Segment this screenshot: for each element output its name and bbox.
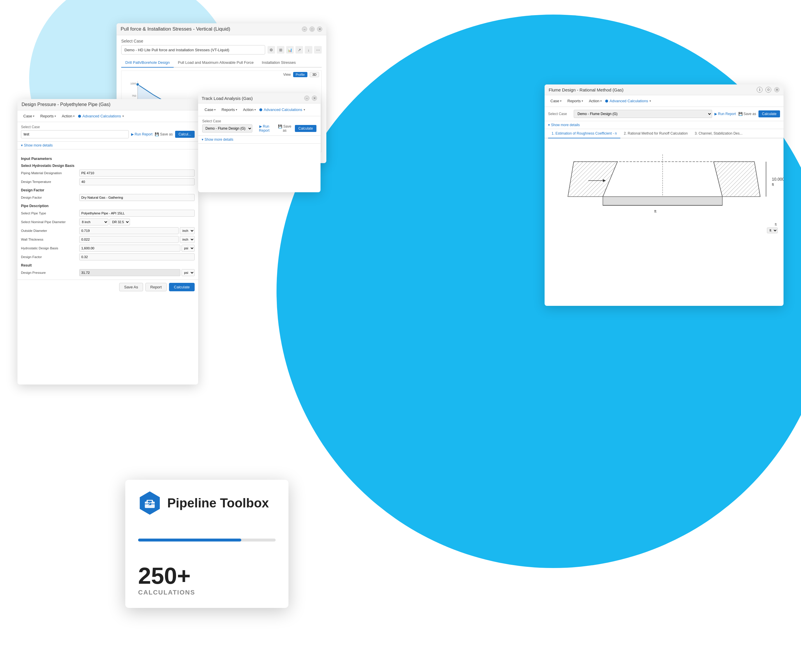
track-load-controls: – ✕	[304, 96, 317, 101]
track-run-button[interactable]: ▶ Run Report	[254, 124, 275, 133]
chart-icon[interactable]: 📊	[286, 46, 294, 54]
pipe-type-value[interactable]	[79, 210, 195, 217]
more-icon[interactable]: ⋯	[314, 46, 322, 54]
flume-close-button[interactable]: ✕	[774, 87, 779, 92]
param-row-df: Design Factor	[21, 194, 195, 201]
wt-unit[interactable]: inch	[180, 236, 195, 243]
wt-value[interactable]	[79, 236, 179, 243]
maximize-button[interactable]: □	[309, 27, 315, 32]
show-more-details[interactable]: ▾ Show more details	[18, 141, 198, 150]
nominal-select[interactable]: 8 inch	[79, 219, 108, 225]
reports-menu[interactable]: Reports ▾	[38, 113, 58, 119]
flume-titlebar: Flume Design - Rational Method (Gas) ℹ ⚙…	[545, 84, 783, 95]
svg-rect-22	[603, 197, 722, 205]
track-show-more[interactable]: ▾ Show more details	[198, 136, 320, 144]
flume-reports-menu[interactable]: Reports ▾	[565, 98, 585, 104]
case-menu[interactable]: Case ▾	[21, 113, 37, 119]
footer-save-as-button[interactable]: Save As	[119, 283, 143, 291]
flume-gear-icon[interactable]: ⚙	[766, 87, 771, 93]
select-case-row: ⚙ ⊞ 📊 ↗ ↓ ⋯	[121, 45, 322, 55]
df-value[interactable]	[79, 194, 195, 201]
wt-label: Wall Thickness	[21, 238, 79, 241]
flume-show-more[interactable]: ▾ Show more details	[545, 121, 783, 129]
flume-tab-3[interactable]: 3. Channel, Stabilization Des...	[691, 129, 746, 138]
hdb-value[interactable]	[79, 245, 180, 252]
flume-action-menu[interactable]: Action ▾	[587, 98, 604, 104]
profile-view-button[interactable]: Profile	[293, 72, 307, 77]
flume-title: Flume Design - Rational Method (Gas)	[548, 87, 624, 92]
input-params-title: Input Parameters	[21, 156, 195, 161]
param-row-pipe-type: Select Pipe Type	[21, 210, 195, 217]
dp-case-input[interactable]	[21, 130, 129, 138]
save-as-button[interactable]: 💾 Save as	[155, 132, 172, 136]
od-value[interactable]	[79, 227, 179, 234]
flume-save-button[interactable]: 💾 Save as	[738, 112, 756, 116]
temp-label: Design Temperature	[21, 180, 79, 183]
close-button[interactable]: ✕	[317, 27, 322, 32]
flume-tabs: 1. Estimation of Roughness Coefficient -…	[545, 129, 783, 138]
footer-calculate-button[interactable]: Calculate	[169, 283, 195, 291]
track-close-button[interactable]: ✕	[312, 96, 317, 101]
action-menu[interactable]: Action ▾	[60, 113, 77, 119]
tab-installation[interactable]: Installation Stresses	[258, 58, 300, 68]
download-icon[interactable]: ↓	[305, 46, 312, 54]
flume-window: Flume Design - Rational Method (Gas) ℹ ⚙…	[545, 84, 783, 306]
track-case-dropdown[interactable]: Demo - Flume Design (G)	[202, 124, 253, 133]
flume-calculate-button[interactable]: Calculate	[758, 110, 780, 117]
minimize-button[interactable]: –	[302, 27, 307, 32]
flume-info-icon[interactable]: ℹ	[757, 87, 762, 93]
chart-view-row: View Profile 3D	[122, 71, 322, 78]
expand-icon: ▾	[21, 143, 23, 147]
flume-run-button[interactable]: ▶ Run Report	[714, 112, 736, 116]
case-chevron: ▾	[33, 114, 34, 118]
settings-icon[interactable]: ⚙	[267, 46, 275, 54]
flume-tab-2[interactable]: 2. Rational Method for Runoff Calculatio…	[620, 129, 691, 138]
track-calculate-button[interactable]: Calculate	[295, 125, 317, 132]
flume-adv-calc[interactable]: Advanced Calculations ▾	[605, 99, 651, 103]
svg-text:750: 750	[132, 94, 136, 97]
flume-tab-1[interactable]: 1. Estimation of Roughness Coefficient -…	[548, 129, 620, 138]
result-unit[interactable]: psi	[182, 269, 195, 276]
select-case-dropdown[interactable]	[121, 45, 265, 55]
3d-view-button[interactable]: 3D	[310, 72, 319, 77]
material-label: Piping Material Designation	[21, 171, 79, 175]
svg-point-12	[136, 83, 139, 86]
toolbox-count: 250+	[138, 564, 276, 588]
design-pressure-window: Design Pressure - Polyethylene Pipe (Gas…	[18, 99, 198, 384]
track-action-menu[interactable]: Action▾	[241, 106, 258, 113]
temp-value[interactable]	[79, 178, 195, 185]
track-menu-bar: Case▾ Reports▾ Action▾ Advanced Calculat…	[198, 103, 320, 116]
track-reports-menu[interactable]: Reports▾	[219, 106, 240, 113]
od-unit[interactable]: inch	[180, 227, 195, 234]
reports-chevron: ▾	[55, 114, 56, 118]
param-row-nominal: Select Nominal Pipe Diameter 8 inch DR 3…	[21, 219, 195, 225]
track-case-menu[interactable]: Case▾	[202, 106, 218, 113]
flume-case-menu[interactable]: Case ▾	[548, 98, 564, 104]
result-value	[79, 269, 180, 276]
param-row-wt: Wall Thickness inch	[21, 236, 195, 243]
track-minimize-button[interactable]: –	[304, 96, 309, 101]
footer-report-button[interactable]: Report	[145, 283, 167, 291]
advanced-calc-menu[interactable]: Advanced Calculations ▾	[78, 114, 124, 118]
track-save-button[interactable]: 💾 Save as	[276, 124, 293, 133]
flume-diagram: 10.000 ft ft ft ft ft	[545, 138, 783, 237]
svg-text:1000: 1000	[130, 82, 136, 85]
track-adv-calc[interactable]: Advanced Calculations ▾	[259, 108, 305, 112]
toolbox-calc-label: CALCULATIONS	[138, 589, 276, 596]
flume-unit-dropdown[interactable]: ft	[767, 227, 778, 233]
result-title: Result	[21, 263, 195, 267]
tab-pull-load[interactable]: Pull Load and Maximum Allowable Pull For…	[174, 58, 257, 68]
run-report-button[interactable]: ▶ Run Report	[131, 132, 153, 136]
track-load-titlebar: Track Load Analysis (Gas) – ✕	[198, 93, 320, 103]
calculate-button[interactable]: Calcul...	[175, 131, 195, 138]
material-value[interactable]	[79, 170, 195, 177]
df2-value[interactable]	[79, 253, 195, 260]
export-icon[interactable]: ↗	[296, 46, 303, 54]
grid-icon[interactable]: ⊞	[277, 46, 285, 54]
hdb-unit[interactable]: psi	[182, 245, 195, 252]
tab-drill-path[interactable]: Drill Path/Borehole Design	[121, 58, 174, 68]
pipe-desc-title: Pipe Description	[21, 204, 195, 208]
dr-select[interactable]: DR 32.5	[109, 219, 130, 225]
pipe-type-label: Select Pipe Type	[21, 211, 79, 215]
flume-case-dropdown[interactable]: Demo - Flume Design (G)	[574, 110, 712, 118]
